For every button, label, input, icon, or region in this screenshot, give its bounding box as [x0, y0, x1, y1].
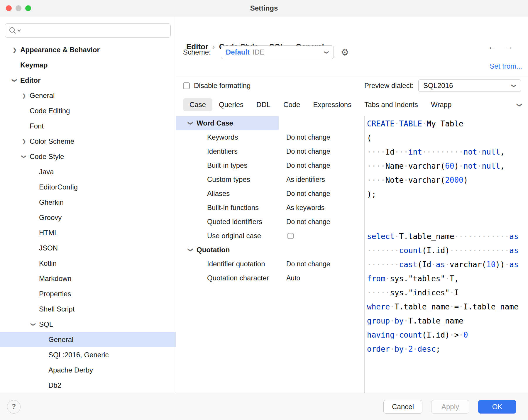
sidebar-item-groovy[interactable]: Groovy [0, 210, 176, 225]
setting-value-dropdown[interactable]: Do not change [286, 260, 330, 268]
setting-label: Use original case [207, 232, 286, 240]
window-title: Settings [0, 4, 528, 12]
code-line: ·······count(I.id)·············as [367, 243, 528, 258]
setting-label: Keywords [207, 133, 286, 141]
ok-button[interactable]: OK [478, 400, 516, 414]
scheme-select[interactable]: Default IDE ❯ [221, 45, 334, 59]
preview-dialect-value: SQL2016 [423, 82, 453, 90]
sidebar-item-color-scheme[interactable]: ❯Color Scheme [0, 134, 176, 149]
scheme-row: Scheme: Default IDE ❯ ⚙ [183, 45, 349, 59]
sidebar-item-markdown[interactable]: Markdown [0, 271, 176, 286]
sidebar-item-sql-2016-generic[interactable]: SQL:2016, Generic [0, 347, 176, 363]
sidebar-item-java[interactable]: Java [0, 164, 176, 179]
setting-row-use-original-case: Use original case [176, 229, 364, 243]
sidebar-item-shell-script[interactable]: Shell Script [0, 302, 176, 317]
sidebar-item-label: Java [39, 168, 54, 176]
code-line [367, 201, 528, 215]
sidebar-item-general[interactable]: ❯General [0, 88, 176, 103]
chevron-down-icon[interactable]: ❯ [31, 321, 36, 327]
settings-group-word-case[interactable]: ❯Word Case [176, 116, 364, 130]
setting-row-built-in-types: Built-in typesDo not change [176, 158, 364, 172]
setting-row-quoted-identifiers: Quoted identifiersDo not change [176, 215, 364, 229]
use-original-case-checkbox[interactable] [287, 233, 294, 239]
setting-row-aliases: AliasesDo not change [176, 187, 364, 201]
sidebar-item-apache-derby[interactable]: Apache Derby [0, 363, 176, 378]
code-line: ····Name·varchar(60)·not·null, [367, 159, 528, 173]
sidebar-item-json[interactable]: JSON [0, 241, 176, 256]
code-preview: CREATE·TABLE·My_Table(····Id···int······… [365, 116, 528, 393]
titlebar: Settings [0, 0, 528, 16]
sidebar-item-appearance-behavior[interactable]: ❯Appearance & Behavior [0, 42, 176, 57]
setting-label: Identifier quotation [207, 260, 286, 268]
disable-formatting-checkbox[interactable] [183, 82, 190, 89]
sidebar-item-sql[interactable]: ❯SQL [0, 317, 176, 332]
sidebar-item-gherkin[interactable]: Gherkin [0, 195, 176, 210]
chevron-right-icon[interactable]: ❯ [12, 47, 18, 53]
sidebar-item-font[interactable]: Font [0, 118, 176, 134]
sidebar-item-kotlin[interactable]: Kotlin [0, 256, 176, 271]
setting-value-dropdown[interactable]: As identifiers [286, 176, 325, 184]
tab-expressions[interactable]: Expressions [307, 98, 358, 111]
chevron-right-icon[interactable]: ❯ [21, 93, 27, 99]
gear-icon[interactable]: ⚙ [341, 47, 349, 58]
chevron-down-icon[interactable]: ❯ [188, 120, 194, 126]
sidebar-item-editor[interactable]: ❯Editor [0, 73, 176, 88]
tabs-overflow-icon[interactable]: ❯ [516, 103, 522, 107]
chevron-down-icon[interactable]: ❯ [21, 154, 27, 160]
settings-content: Editor›Code Style›SQL›General ← → Scheme… [176, 16, 528, 393]
help-button[interactable]: ? [7, 400, 21, 414]
setting-label: Built-in types [207, 161, 286, 170]
setting-value-dropdown[interactable]: Do not change [286, 190, 330, 198]
sidebar-item-label: Db2 [48, 381, 61, 389]
code-line: ); [367, 187, 528, 201]
setting-value-dropdown[interactable]: Do not change [286, 162, 330, 170]
sidebar-item-label: Shell Script [39, 305, 75, 313]
setting-value-dropdown[interactable]: Do not change [286, 218, 330, 226]
setting-value-dropdown[interactable]: As keywords [286, 204, 324, 212]
settings-group-quotation[interactable]: ❯Quotation [176, 243, 364, 257]
chevron-down-icon[interactable]: ❯ [188, 247, 194, 253]
scheme-label: Scheme: [183, 48, 211, 56]
tab-bar: CaseQueriesDDLCodeExpressionsTabs and In… [183, 98, 507, 112]
tab-ddl[interactable]: DDL [250, 98, 277, 111]
search-field[interactable] [5, 23, 171, 38]
sidebar-item-label: Font [30, 122, 44, 130]
setting-row-identifier-quotation: Identifier quotationDo not change [176, 257, 364, 271]
sidebar-item-label: Groovy [39, 214, 62, 222]
footer: ? Cancel Apply OK [0, 393, 528, 420]
tab-code[interactable]: Code [277, 98, 307, 111]
tab-tabs-and-indents[interactable]: Tabs and Indents [358, 98, 424, 111]
chevron-right-icon[interactable]: ❯ [21, 138, 27, 144]
tab-wrapp[interactable]: Wrapp [424, 98, 458, 111]
apply-button[interactable]: Apply [431, 400, 469, 414]
chevron-down-icon: ❯ [324, 50, 330, 54]
search-input[interactable] [24, 27, 167, 34]
setting-value-dropdown[interactable]: Do not change [286, 133, 330, 141]
chevron-down-icon[interactable]: ❯ [12, 77, 18, 83]
settings-panel: ❯Word CaseKeywordsDo not changeIdentifie… [176, 116, 365, 393]
sidebar-item-editorconfig[interactable]: EditorConfig [0, 179, 176, 195]
preview-dialect-select[interactable]: SQL2016 ❯ [418, 79, 521, 92]
forward-icon[interactable]: → [504, 41, 513, 52]
sidebar-item-label: Markdown [39, 275, 72, 283]
back-icon[interactable]: ← [488, 41, 497, 52]
code-line: where·T.table_name·=·I.table_name [367, 300, 528, 314]
sidebar-item-code-editing[interactable]: Code Editing [0, 103, 176, 118]
divider [176, 76, 528, 76]
tab-case[interactable]: Case [183, 98, 212, 111]
setting-row-identifiers: IdentifiersDo not change [176, 144, 364, 158]
setting-label: Quotation character [207, 274, 286, 282]
sidebar-item-keymap[interactable]: Keymap [0, 57, 176, 73]
sidebar-item-properties[interactable]: Properties [0, 286, 176, 302]
sidebar-item-code-style[interactable]: ❯Code Style [0, 149, 176, 164]
setting-value-dropdown[interactable]: Auto [286, 274, 300, 282]
tab-queries[interactable]: Queries [212, 98, 250, 111]
setting-value-dropdown[interactable]: Do not change [286, 148, 330, 155]
code-line: order·by·2·desc; [367, 342, 528, 356]
sidebar-item-html[interactable]: HTML [0, 225, 176, 241]
sidebar-item-label: Color Scheme [30, 137, 74, 145]
sidebar-item-general[interactable]: General [0, 332, 176, 347]
sidebar-item-db2[interactable]: Db2 [0, 378, 176, 393]
set-from-link[interactable]: Set from... [490, 62, 522, 70]
cancel-button[interactable]: Cancel [383, 400, 422, 414]
